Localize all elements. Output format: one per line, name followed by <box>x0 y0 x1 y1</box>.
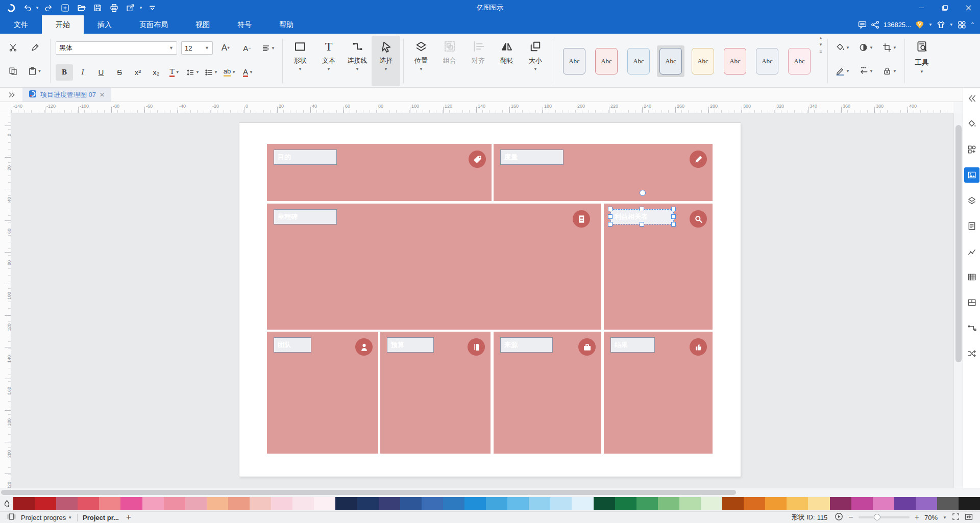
color-swatch[interactable] <box>56 497 78 510</box>
line-style-button[interactable]: ▼ <box>834 64 852 78</box>
color-swatch[interactable] <box>550 497 572 510</box>
color-swatch[interactable] <box>185 497 207 510</box>
box-label[interactable]: 度量 <box>500 150 564 165</box>
fit-window-icon[interactable] <box>965 513 973 522</box>
customize-toolbar-icon[interactable] <box>146 2 159 14</box>
menu-tab-帮助[interactable]: 帮助 <box>265 15 307 34</box>
diagram-box-来源[interactable]: 来源 <box>494 332 601 454</box>
color-swatch[interactable] <box>13 497 35 510</box>
selection-handle[interactable] <box>608 222 612 227</box>
underline-button[interactable]: U <box>92 64 110 81</box>
expand-panel-button[interactable] <box>0 88 22 102</box>
color-swatch[interactable] <box>679 497 701 510</box>
color-swatch[interactable] <box>529 497 550 510</box>
presentation-icon[interactable] <box>7 512 16 522</box>
export-icon[interactable] <box>124 2 137 14</box>
color-swatch[interactable] <box>228 497 250 510</box>
fill-color-button[interactable]: ▼ <box>834 41 852 54</box>
shadow-button[interactable]: ▼ <box>857 41 875 54</box>
crop-button[interactable]: ▼ <box>880 41 899 54</box>
apps-grid-icon[interactable] <box>958 20 966 29</box>
format-painter-button[interactable] <box>26 39 43 56</box>
sidebar-symbols-icon[interactable] <box>964 142 979 157</box>
color-swatch[interactable] <box>142 497 164 510</box>
lock-button[interactable]: ▼ <box>880 64 899 78</box>
color-swatch[interactable] <box>400 497 422 510</box>
color-swatch[interactable] <box>422 497 443 510</box>
selection-handle[interactable] <box>608 214 612 219</box>
paste-button[interactable]: ▼ <box>26 63 43 79</box>
color-swatch[interactable] <box>335 497 357 510</box>
menu-tab-文件[interactable]: 文件 <box>0 15 42 34</box>
vip-badge-icon[interactable] <box>915 20 924 29</box>
selection-handle[interactable] <box>671 207 676 211</box>
tool-选择[interactable]: 选择▼ <box>372 36 400 86</box>
tools-panel-button[interactable]: 工具 ▼ <box>908 36 936 86</box>
logo-icon[interactable] <box>4 2 17 14</box>
color-swatch[interactable] <box>78 497 99 510</box>
menu-tab-视图[interactable]: 视图 <box>182 15 224 34</box>
superscript-button[interactable]: x² <box>129 64 146 81</box>
selection-handle[interactable] <box>671 222 676 227</box>
increase-font-button[interactable]: A+ <box>217 40 234 56</box>
sidebar-table-icon[interactable] <box>964 269 979 285</box>
theme-shirt-icon[interactable] <box>937 20 945 29</box>
text-color-button[interactable]: A▼ <box>239 64 257 81</box>
color-swatch[interactable] <box>292 497 314 510</box>
style-swatch-5[interactable]: Abc <box>689 45 717 77</box>
fullscreen-icon[interactable] <box>952 513 960 522</box>
color-swatch[interactable] <box>314 497 335 510</box>
color-swatch[interactable] <box>271 497 292 510</box>
color-swatch[interactable] <box>658 497 679 510</box>
redo-icon[interactable] <box>42 2 56 14</box>
menu-tab-插入[interactable]: 插入 <box>84 15 126 34</box>
diagram-box-结果[interactable]: 结果 <box>604 332 713 454</box>
chevron-down-icon[interactable]: ▼ <box>928 22 933 27</box>
document-tab[interactable]: 项目进度管理图 07 ✕ <box>22 88 111 102</box>
horizontal-scrollbar[interactable] <box>0 488 980 496</box>
color-swatch[interactable] <box>959 497 980 510</box>
color-swatch[interactable] <box>830 497 851 510</box>
color-swatch[interactable] <box>851 497 873 510</box>
color-swatch[interactable] <box>615 497 636 510</box>
color-swatch[interactable] <box>787 497 808 510</box>
color-swatch[interactable] <box>594 497 615 510</box>
print-icon[interactable] <box>108 2 121 14</box>
sidebar-fill-icon[interactable] <box>964 116 979 132</box>
sidebar-note-icon[interactable] <box>964 218 979 234</box>
scroll-up-icon[interactable]: ▲ <box>819 36 823 40</box>
font-size-select[interactable]: 12 ▼ <box>181 41 213 55</box>
menu-tab-页面布局[interactable]: 页面布局 <box>126 15 182 34</box>
zoom-level-value[interactable]: 70% <box>924 514 938 521</box>
selection-handle[interactable] <box>671 214 676 219</box>
minimize-button[interactable] <box>910 0 933 15</box>
chevron-down-icon[interactable]: ▼ <box>139 6 143 10</box>
box-label[interactable]: 来源 <box>500 337 553 353</box>
box-label[interactable]: 结果 <box>610 337 655 353</box>
style-swatch-6[interactable]: Abc <box>721 45 749 77</box>
text-align-button[interactable]: ▼ <box>260 40 277 56</box>
selection-handle[interactable] <box>640 207 644 211</box>
color-swatch[interactable] <box>35 497 56 510</box>
bullet-list-button[interactable]: ▼ <box>203 64 220 81</box>
arrow-style-button[interactable]: ▼ <box>857 64 875 78</box>
subscript-button[interactable]: x₂ <box>148 64 165 81</box>
sidebar-connector-route-icon[interactable] <box>964 320 979 336</box>
sidebar-floorplan-icon[interactable] <box>964 295 979 310</box>
highlight-button[interactable]: ab▼ <box>221 64 238 81</box>
color-swatch[interactable] <box>464 497 486 510</box>
collapse-ribbon-icon[interactable]: ⌃ <box>970 21 975 28</box>
diagram-box-里程碑[interactable]: 里程碑 <box>267 204 601 330</box>
color-swatch[interactable] <box>701 497 722 510</box>
color-swatch[interactable] <box>443 497 464 510</box>
maximize-button[interactable] <box>933 0 957 15</box>
new-icon[interactable] <box>59 2 72 14</box>
diagram-box-度量[interactable]: 度量 <box>494 144 713 201</box>
style-gallery-scroll[interactable]: ▲ ▼ ≡ <box>817 36 824 86</box>
box-label[interactable]: 目的 <box>274 150 337 165</box>
italic-button[interactable]: I <box>74 64 91 81</box>
diagram-box-预算[interactable]: 预算 <box>380 332 491 454</box>
style-swatch-2[interactable]: Abc <box>593 45 620 77</box>
zoom-out-button[interactable]: − <box>848 513 853 522</box>
strikethrough-button[interactable]: S <box>111 64 128 81</box>
